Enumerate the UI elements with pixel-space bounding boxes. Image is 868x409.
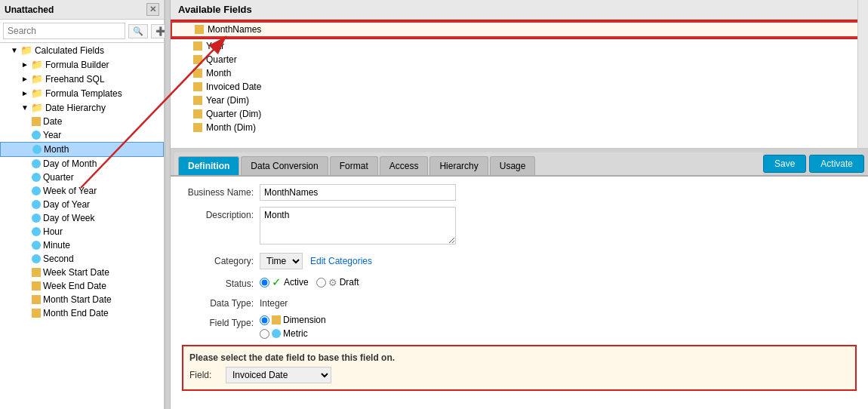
status-row: Status: ✓ Active ⚙ Draft — [182, 275, 857, 289]
field-row-month-names[interactable]: MonthNames — [171, 21, 868, 38]
activate-button[interactable]: Activate — [809, 155, 864, 173]
tree-item-freehand-sql[interactable]: ► 📁 Freehand SQL — [0, 72, 164, 86]
close-panel-button[interactable]: ✕ — [146, 3, 159, 16]
field-type-control: Dimension Metric — [260, 315, 326, 339]
left-panel: Unattached ✕ 🔍 ➕ ⋮ ▼ 📁 Calculated Fields… — [0, 0, 165, 409]
search-button[interactable]: 🔍 — [128, 24, 148, 38]
tree-item-month-start-date[interactable]: Month Start Date — [0, 293, 164, 306]
tab-hierarchy[interactable]: Hierarchy — [429, 156, 488, 175]
data-type-label: Data Type: — [182, 295, 254, 309]
field-label: Month (Dim) — [206, 122, 256, 133]
folder-icon: 📁 — [31, 102, 43, 113]
definition-form: Business Name: Description: Month Catego… — [171, 177, 868, 409]
field-row-month[interactable]: Month — [171, 66, 868, 80]
tree-item-year[interactable]: Year — [0, 128, 164, 142]
metric-icon — [272, 329, 281, 338]
dimension-icon — [272, 315, 281, 324]
status-active-radio[interactable] — [260, 278, 269, 288]
field-row-quarter-dim[interactable]: Quarter (Dim) — [171, 107, 868, 121]
tree-item-date-hierarchy[interactable]: ▼ 📁 Date Hierarchy — [0, 100, 164, 115]
field-yellow-icon — [32, 309, 41, 318]
tree-label: Quarter — [43, 172, 74, 183]
tree-item-quarter[interactable]: Quarter — [0, 171, 164, 184]
alert-box: Please select the date field to base thi… — [182, 345, 857, 391]
field-yellow-icon — [193, 55, 202, 64]
tab-format[interactable]: Format — [330, 156, 378, 175]
status-active-item: ✓ Active — [260, 275, 309, 289]
field-dropdown[interactable]: Invoiced Date — [226, 367, 331, 383]
category-select[interactable]: Time — [260, 253, 303, 269]
tab-bar: Definition Data Conversion Format Access… — [174, 152, 763, 175]
field-label: Year (Dim) — [206, 95, 249, 106]
field-yellow-icon — [193, 42, 202, 51]
business-name-input[interactable] — [260, 184, 456, 201]
tree-container: ▼ 📁 Calculated Fields ► 📁 Formula Builde… — [0, 43, 164, 409]
field-row-invoiced-date[interactable]: Invoiced Date — [171, 80, 868, 94]
tree-item-minute[interactable]: Minute — [0, 238, 164, 252]
tree-item-week-start-date[interactable]: Week Start Date — [0, 266, 164, 279]
field-type-label: Field Type: — [182, 315, 254, 328]
tree-item-day-of-month[interactable]: Day of Month — [0, 157, 164, 171]
field-yellow-icon — [193, 82, 202, 91]
tab-access[interactable]: Access — [380, 156, 429, 175]
edit-categories-link[interactable]: Edit Categories — [310, 256, 372, 266]
field-type-metric-radio[interactable] — [260, 329, 269, 339]
panel-divider — [165, 0, 171, 409]
description-control: Month — [260, 207, 456, 247]
fields-list: MonthNames Year Quarter Month Invoiced D… — [171, 20, 868, 148]
description-textarea[interactable]: Month — [260, 207, 456, 244]
field-blue-icon — [32, 131, 41, 140]
tab-usage[interactable]: Usage — [490, 156, 536, 175]
tree-item-formula-builder[interactable]: ► 📁 Formula Builder — [0, 57, 164, 72]
description-row: Description: Month — [182, 207, 857, 247]
tree-item-week-of-year[interactable]: Week of Year — [0, 184, 164, 198]
field-label: Month — [206, 68, 231, 78]
field-row-year[interactable]: Year — [171, 39, 868, 53]
tree-item-month-end-date[interactable]: Month End Date — [0, 306, 164, 320]
tab-definition[interactable]: Definition — [178, 156, 239, 175]
tree-item-week-end-date[interactable]: Week End Date — [0, 279, 164, 293]
tree-label: Hour — [43, 226, 63, 237]
tree-item-calculated-fields[interactable]: ▼ 📁 Calculated Fields — [0, 43, 164, 57]
folder-icon: 📁 — [31, 73, 43, 85]
tree-label: Formula Templates — [45, 88, 122, 99]
tree-item-second[interactable]: Second — [0, 252, 164, 266]
tree-label: Freehand SQL — [45, 74, 105, 85]
category-label: Category: — [182, 253, 254, 266]
tree-item-formula-templates[interactable]: ► 📁 Formula Templates — [0, 86, 164, 100]
search-input[interactable] — [3, 23, 125, 39]
tree-item-day-of-week[interactable]: Day of Week — [0, 211, 164, 225]
tree-label: Date Hierarchy — [45, 103, 106, 113]
tree-label: Day of Month — [43, 158, 97, 169]
tab-data-conversion[interactable]: Data Conversion — [241, 156, 328, 175]
field-type-dimension-item: Dimension — [260, 315, 326, 325]
alert-text: Please select the date field to base thi… — [189, 352, 849, 363]
save-button[interactable]: Save — [763, 155, 806, 173]
field-row-year-dim[interactable]: Year (Dim) — [171, 94, 868, 107]
tree-label: Day of Week — [43, 213, 94, 223]
available-fields-title: Available Fields — [171, 0, 868, 20]
field-yellow-icon — [195, 25, 204, 34]
status-draft-radio[interactable] — [316, 278, 326, 288]
tree-item-hour[interactable]: Hour — [0, 225, 164, 238]
tree-item-month[interactable]: Month — [0, 142, 164, 157]
tab-actions: Save Activate — [763, 155, 864, 175]
field-type-metric-item: Metric — [260, 328, 326, 339]
description-label: Description: — [182, 207, 254, 220]
status-label: Status: — [182, 275, 254, 289]
tree-label: Week End Date — [43, 281, 106, 291]
field-row-quarter[interactable]: Quarter — [171, 53, 868, 66]
business-name-row: Business Name: — [182, 184, 857, 201]
tree-item-day-of-year[interactable]: Day of Year — [0, 198, 164, 211]
fields-scrollbar[interactable] — [857, 0, 868, 148]
tree-label: Month Start Date — [43, 294, 112, 305]
expand-icon: ► — [21, 89, 29, 97]
field-blue-icon — [32, 227, 41, 236]
expand-icon: ▼ — [21, 103, 29, 112]
field-type-dimension-radio[interactable] — [260, 315, 269, 325]
main-content: Available Fields MonthNames Year Quarter… — [171, 0, 868, 409]
field-blue-icon — [32, 159, 41, 168]
tree-item-date[interactable]: Date — [0, 115, 164, 128]
field-label: Year — [206, 41, 224, 51]
field-row-month-dim[interactable]: Month (Dim) — [171, 121, 868, 134]
